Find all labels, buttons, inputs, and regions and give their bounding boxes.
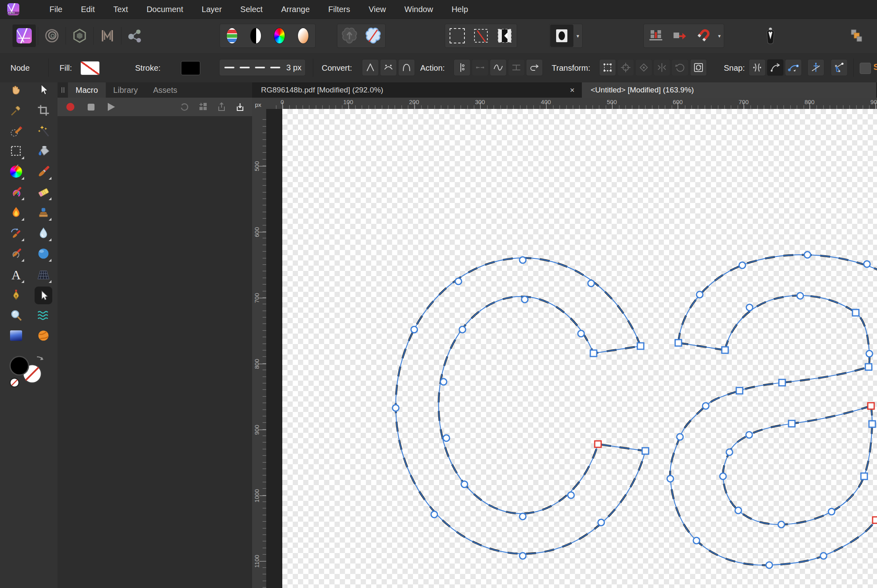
menu-item-edit[interactable]: Edit (72, 0, 104, 18)
smooth-node[interactable] (696, 291, 703, 298)
menu-item-view[interactable]: View (359, 0, 395, 18)
stroke-swatch[interactable] (181, 61, 200, 75)
colour-picker-tool[interactable] (7, 101, 25, 119)
smooth-node[interactable] (598, 519, 604, 526)
smooth-node[interactable] (693, 537, 700, 544)
macro-stop-button[interactable] (88, 104, 94, 111)
macro-record-button[interactable] (66, 103, 74, 111)
auto-contrast-button[interactable] (244, 25, 267, 47)
move-by-whole-pixels-button[interactable] (668, 25, 691, 47)
letter-a-top-terminal-selection-outline[interactable] (678, 343, 725, 350)
sharp-node[interactable] (722, 347, 728, 353)
marquee-tool[interactable] (7, 142, 25, 160)
snap-perpendicular-button[interactable] (807, 59, 824, 76)
erase-brush-tool[interactable] (35, 183, 52, 201)
pen-tool[interactable] (7, 287, 25, 304)
gradient-tool[interactable] (7, 163, 25, 180)
smooth-node[interactable] (726, 449, 733, 455)
smooth-node[interactable] (735, 507, 741, 514)
macro-import-icon[interactable] (235, 102, 245, 112)
selected-sharp-node[interactable] (868, 403, 874, 409)
smooth-node[interactable] (864, 261, 870, 267)
sharp-node[interactable] (789, 420, 795, 427)
crop-tool[interactable] (35, 101, 52, 119)
document-tab-1[interactable]: RG896148b.pdf [Modified] (292.0%)× (252, 82, 582, 98)
smooth-node[interactable] (392, 405, 399, 411)
transform-flip-button[interactable] (653, 59, 670, 76)
canvas-viewport[interactable] (266, 109, 877, 588)
sharp-node[interactable] (590, 350, 597, 356)
blur-tool[interactable] (35, 224, 52, 242)
menu-item-window[interactable]: Window (395, 0, 442, 18)
convert-sharp-button[interactable] (362, 59, 379, 76)
macro-add-to-library-icon[interactable] (198, 102, 208, 112)
rasterise-button[interactable] (338, 25, 361, 47)
auto-white-balance-button[interactable] (292, 25, 315, 47)
clipped-edge-button[interactable] (868, 25, 873, 47)
smooth-node[interactable] (720, 473, 726, 479)
menu-item-file[interactable]: File (40, 0, 72, 18)
menu-item-document[interactable]: Document (137, 0, 192, 18)
dodge-burn-tool[interactable] (7, 204, 25, 221)
smooth-node[interactable] (520, 553, 526, 559)
macro-reset-icon[interactable] (180, 102, 189, 112)
sharp-node[interactable] (861, 473, 867, 479)
smooth-node[interactable] (702, 403, 709, 409)
smooth-node[interactable] (778, 521, 785, 528)
photo-persona-button[interactable] (12, 25, 36, 47)
snap-off-curve-button[interactable] (767, 59, 784, 76)
vector-paths-layer[interactable] (266, 109, 877, 588)
zoom-tool[interactable] (7, 307, 25, 324)
smooth-node[interactable] (411, 326, 417, 333)
smooth-node[interactable] (443, 435, 450, 441)
vertical-ruler[interactable]: 50060070080090010001100 (252, 109, 267, 588)
smooth-node[interactable] (746, 304, 753, 311)
flood-fill-tool[interactable] (35, 142, 52, 160)
panel-tab-assets[interactable]: Assets (146, 82, 185, 98)
menu-item-help[interactable]: Help (442, 0, 477, 18)
join-curves-button[interactable] (508, 59, 525, 76)
menu-item-filters[interactable]: Filters (319, 0, 359, 18)
fill-swatch[interactable] (80, 61, 100, 75)
view-tool[interactable] (7, 81, 25, 98)
blemish-removal-tool[interactable] (35, 245, 52, 262)
macro-play-button[interactable] (108, 103, 115, 111)
node-tool[interactable] (35, 287, 52, 304)
convert-smooth-button[interactable] (380, 59, 397, 76)
menu-item-select[interactable]: Select (231, 0, 272, 18)
reverse-curves-button[interactable] (526, 59, 543, 76)
smooth-node[interactable] (440, 379, 447, 385)
panel-drag-handle[interactable] (58, 82, 68, 98)
affinity-photo-logo-icon[interactable]: BETA (7, 3, 19, 15)
sharp-node[interactable] (642, 448, 649, 454)
rasterise-trim-button[interactable] (361, 25, 385, 47)
smooth-node[interactable] (677, 434, 683, 440)
sharp-node[interactable] (852, 309, 859, 316)
close-tab-icon[interactable]: × (558, 86, 575, 95)
colour-replacement-brush-tool[interactable] (7, 183, 25, 201)
macro-export-icon[interactable] (217, 102, 226, 112)
undo-brush-tool[interactable] (7, 224, 25, 242)
panel-tab-macro[interactable]: Macro (68, 82, 106, 98)
develop-persona-button[interactable] (68, 25, 91, 47)
document-tab-2[interactable]: <Untitled> [Modified] (163.9%) (582, 82, 876, 98)
menu-item-layer[interactable]: Layer (193, 0, 231, 18)
colour-swatches[interactable] (6, 353, 52, 391)
transform-diamond-button[interactable] (635, 59, 652, 76)
move-to-front-button[interactable] (844, 25, 867, 47)
smooth-node[interactable] (804, 252, 811, 258)
snap-to-nodes-button[interactable] (749, 59, 766, 76)
deselect-button[interactable] (469, 25, 493, 47)
sharp-node[interactable] (637, 343, 644, 349)
smooth-node[interactable] (766, 562, 772, 568)
menu-item-text[interactable]: Text (104, 0, 138, 18)
menu-item-arrange[interactable]: Arrange (272, 0, 319, 18)
export-persona-button[interactable] (123, 25, 147, 47)
smooth-node[interactable] (866, 350, 873, 357)
smooth-node[interactable] (459, 326, 466, 333)
liquify-ball-tool[interactable] (35, 327, 52, 344)
stroke-width-control[interactable]: 3 px (219, 59, 306, 76)
sharp-node[interactable] (675, 340, 682, 346)
sharp-node[interactable] (865, 364, 872, 370)
convert-smart-button[interactable] (398, 59, 415, 76)
